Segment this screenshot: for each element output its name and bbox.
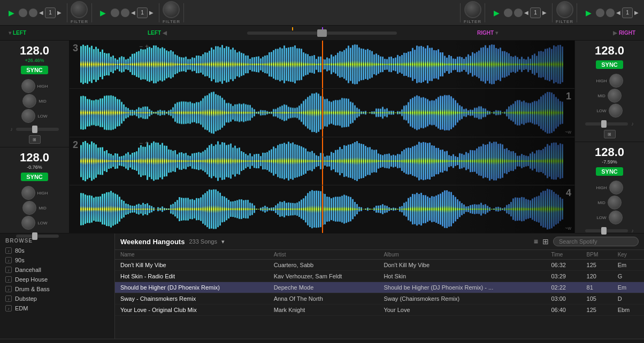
table-row[interactable]: Your Love - Original Club Mix Mark Knigh… (115, 305, 644, 316)
table-row[interactable]: Should be Higher (DJ Phoenix Remix) Depe… (115, 282, 644, 293)
sidebar-item-dubstep[interactable]: ♪ Dubstep (0, 294, 114, 303)
sidebar-icon-deephouse: ♪ (5, 276, 12, 283)
deck3-sync-btn[interactable]: SYNC (21, 66, 48, 74)
channel-left2-label: LEFT ◀ (143, 30, 171, 36)
prev-deck4[interactable]: ◀ (616, 10, 620, 15)
sidebar-icon-drumandbass: ♪ (5, 286, 12, 292)
deck2-mid-knob[interactable] (22, 201, 36, 215)
channel-left1-label: ▾ LEFT (4, 30, 30, 36)
track-time: 03:00 (546, 293, 581, 305)
loop-btn-deck1[interactable] (504, 9, 512, 17)
list-view-btn[interactable]: ≡ (534, 237, 538, 246)
grid-view-btn[interactable]: ⊞ (542, 237, 549, 246)
table-row[interactable]: Sway - Chainsmokers Remix Anna Of The No… (115, 293, 644, 305)
prev-deck3[interactable]: ◀ (39, 10, 43, 15)
cue-btn-deck3[interactable] (29, 9, 37, 17)
browse-area: BROWSE ♪ 80s ♪ 90s ♪ Dancehall ♪ Deep Ho… (0, 233, 644, 339)
cue-btn-deck1[interactable] (514, 9, 523, 17)
waveform-area: − + 3 1 ~w − + 2 4 (70, 41, 574, 233)
track-key: Em (612, 260, 644, 271)
next-deck1[interactable]: ▶ (542, 10, 547, 15)
track-artist: Kav Verhouzer, Sam Feldt (269, 271, 379, 282)
loop-btn-deck3[interactable] (19, 9, 27, 17)
deck1-low-knob[interactable] (609, 104, 623, 118)
deck4-mid-knob[interactable] (608, 196, 622, 209)
crossfader[interactable] (247, 32, 397, 35)
deck2-vol-fader[interactable] (16, 235, 59, 238)
deck3-vol-fader[interactable] (16, 128, 59, 131)
minus-deck3[interactable]: − (139, 43, 143, 50)
loop-num-deck4: 1 (622, 7, 633, 18)
cue-btn-deck4[interactable] (606, 9, 615, 17)
prev-deck1[interactable]: ◀ (524, 10, 528, 15)
play-deck4[interactable]: ▶ (582, 7, 594, 19)
deck1-vol-fader[interactable] (585, 122, 628, 126)
table-row[interactable]: Don't Kill My Vibe Cuartero, Sabb Don't … (115, 260, 644, 271)
next-deck3[interactable]: ▶ (57, 10, 62, 15)
track-album: Sway (Chainsmokers Remix) (378, 293, 546, 305)
deck-strip-left: 128.0 +26.46% SYNC HIGH MID LOW ♪ (0, 41, 70, 233)
minus-deck2[interactable]: − (139, 139, 143, 147)
track-time: 06:40 (546, 305, 581, 316)
cue-btn-deck2[interactable] (121, 9, 129, 17)
deck4-sync-btn[interactable]: SYNC (596, 167, 623, 176)
filter-knob-deck3[interactable] (71, 1, 88, 18)
track-name: Your Love - Original Club Mix (115, 305, 269, 316)
play-deck2[interactable]: ▶ (97, 7, 109, 19)
sidebar-item-deephouse[interactable]: ♪ Deep House (0, 275, 114, 284)
plus-deck2[interactable]: + (145, 139, 149, 147)
col-name: Name (115, 250, 269, 260)
playhead-deck3 (322, 41, 323, 88)
loop-btn-deck4[interactable] (596, 9, 604, 17)
track-list: Name Artist Album Time BPM Key Don't Kil… (115, 250, 644, 316)
table-row[interactable]: Hot Skin - Radio Edit Kav Verhouzer, Sam… (115, 271, 644, 282)
sidebar-item-90s[interactable]: ♪ 90s (0, 255, 114, 265)
deck1-mid-knob[interactable] (608, 89, 622, 103)
deck4-vol-fader[interactable] (585, 229, 628, 232)
sidebar-item-dancehall[interactable]: ♪ Dancehall (0, 265, 114, 275)
deck4-bpm-change: -7.59% (602, 159, 617, 165)
track-bpm: 125 (581, 260, 612, 271)
deck3-high-knob[interactable] (21, 79, 35, 93)
status-bar: 🎵 Spotify ▾ ☰ ♪ 📈 🎯 🔗 ⬇ ☀ ⊞ (0, 339, 644, 343)
crossfader-handle[interactable] (317, 29, 327, 37)
deck2-high-knob[interactable] (21, 186, 35, 200)
play-deck1[interactable]: ▶ (490, 7, 502, 19)
track-artist: Anna Of The North (269, 293, 379, 305)
sidebar-item-drumandbass[interactable]: ♪ Drum & Bass (0, 284, 114, 294)
filter-knob-deck4[interactable] (556, 1, 573, 18)
play-deck3[interactable]: ▶ (5, 7, 17, 19)
next-deck2[interactable]: ▶ (149, 10, 154, 15)
deck3-bottom-icons: ⊞ (29, 135, 41, 144)
deck1-bpm: 128.0 (595, 45, 624, 57)
prev-deck2[interactable]: ◀ (131, 10, 135, 15)
sidebar-item-80s[interactable]: ♪ 80s (0, 246, 114, 255)
search-input[interactable] (553, 237, 639, 246)
deck1-high-knob[interactable] (609, 74, 623, 88)
deck2-sync-btn[interactable]: SYNC (21, 173, 48, 181)
loop-btn-deck2[interactable] (111, 9, 119, 17)
filter-knob-deck2[interactable] (163, 1, 180, 18)
deck1-bottom-icons: ⊞ (604, 130, 616, 138)
deck3-low-knob[interactable] (21, 109, 35, 123)
channel-center (171, 32, 473, 35)
sidebar-icon-edm: ♪ (5, 305, 12, 311)
track-album: Your Love (378, 305, 546, 316)
deck4-high-knob[interactable] (609, 181, 623, 194)
plus-deck3[interactable]: + (145, 43, 149, 50)
deck3-mid-knob[interactable] (22, 94, 36, 108)
next-deck4[interactable]: ▶ (634, 10, 639, 15)
sidebar-item-edm[interactable]: ♪ EDM (0, 303, 114, 313)
channel-right1-label: RIGHT ▾ (473, 30, 502, 36)
filter-knob-deck1[interactable] (464, 1, 481, 18)
playlist-dropdown[interactable]: ▾ (221, 238, 225, 245)
waveform-zoom-icon1: ~w (565, 129, 571, 135)
deck4-low-knob[interactable] (609, 211, 623, 224)
deck1-icon1[interactable]: ⊞ (604, 130, 616, 138)
playhead-deck2 (322, 137, 323, 185)
transport-bar: ▶ ◀ 1 ▶ FILTER ▶ ◀ 1 ▶ FILTER FILTER ▶ ◀ (0, 0, 644, 26)
track-bpm: 81 (581, 282, 612, 293)
deck3-icon1[interactable]: ⊞ (29, 135, 41, 144)
deck2-low-knob[interactable] (21, 216, 35, 230)
deck1-sync-btn[interactable]: SYNC (596, 60, 623, 69)
